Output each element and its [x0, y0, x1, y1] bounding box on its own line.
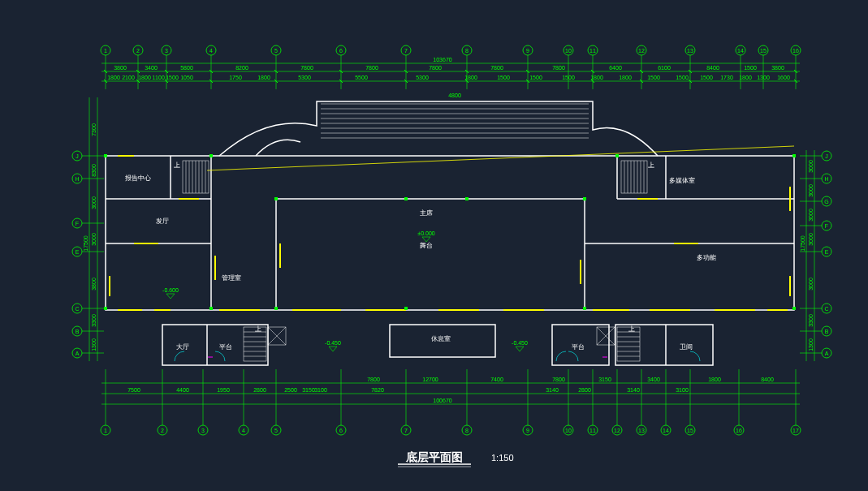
svg-text:2: 2 — [136, 48, 140, 54]
svg-text:7800: 7800 — [552, 377, 565, 382]
svg-text:1800: 1800 — [107, 75, 120, 80]
svg-text:16: 16 — [736, 428, 742, 433]
svg-rect-237 — [792, 154, 796, 157]
svg-text:上: 上 — [648, 162, 654, 169]
svg-text:管理室: 管理室 — [222, 274, 241, 282]
svg-text:B: B — [76, 329, 80, 334]
svg-text:主席: 主席 — [420, 209, 433, 217]
svg-text:14: 14 — [663, 428, 669, 433]
grid-bubbles-bottom: 1 2 3 4 5 6 7 8 9 10 11 12 13 14 15 16 1… — [101, 425, 801, 435]
svg-rect-235 — [583, 197, 586, 200]
svg-text:13: 13 — [687, 48, 693, 54]
stair-hatch — [321, 104, 589, 138]
svg-text:3000: 3000 — [808, 160, 814, 173]
svg-text:1500: 1500 — [676, 75, 689, 80]
svg-text:9: 9 — [526, 428, 529, 433]
svg-text:3300: 3300 — [91, 314, 97, 327]
svg-text:卫间: 卫间 — [680, 343, 693, 351]
svg-text:舞台: 舞台 — [420, 242, 433, 249]
svg-text:3000: 3000 — [91, 196, 97, 209]
svg-text:6100: 6100 — [658, 65, 671, 71]
svg-text:F: F — [825, 223, 828, 229]
svg-text:1:150: 1:150 — [491, 453, 514, 463]
svg-text:1500: 1500 — [529, 75, 542, 80]
svg-text:5: 5 — [274, 48, 278, 54]
dim-lines-top — [101, 63, 800, 83]
svg-text:11: 11 — [589, 48, 596, 54]
svg-text:16: 16 — [792, 48, 799, 54]
svg-text:1500: 1500 — [562, 75, 575, 80]
svg-text:平台: 平台 — [572, 343, 585, 351]
building-walls — [106, 101, 794, 365]
svg-text:3: 3 — [165, 48, 168, 54]
svg-text:12: 12 — [638, 48, 645, 54]
svg-text:7820: 7820 — [371, 387, 384, 393]
svg-text:7800: 7800 — [367, 377, 380, 382]
svg-rect-234 — [465, 197, 469, 200]
svg-text:13: 13 — [638, 428, 645, 433]
svg-text:9: 9 — [526, 48, 529, 54]
svg-text:3400: 3400 — [145, 65, 158, 71]
svg-text:5300: 5300 — [298, 75, 311, 80]
svg-text:A: A — [76, 351, 80, 356]
svg-rect-236 — [615, 154, 619, 157]
svg-text:1800: 1800 — [138, 75, 151, 80]
svg-text:1050: 1050 — [180, 75, 193, 80]
svg-text:±0.000: ±0.000 — [417, 230, 434, 236]
svg-text:2: 2 — [161, 428, 164, 433]
svg-text:1730: 1730 — [720, 75, 733, 80]
svg-text:平台: 平台 — [219, 343, 232, 351]
svg-text:15: 15 — [687, 428, 693, 433]
svg-text:2500: 2500 — [284, 387, 297, 393]
svg-text:6: 6 — [339, 48, 343, 54]
svg-text:1800: 1800 — [619, 75, 632, 80]
svg-text:4: 4 — [209, 48, 213, 54]
svg-text:1100: 1100 — [152, 75, 165, 80]
cad-canvas: 1 2 3 4 5 6 7 8 9 10 11 12 13 14 15 16 — [0, 0, 868, 491]
svg-text:103670: 103670 — [433, 57, 451, 62]
svg-text:3000: 3000 — [808, 233, 814, 246]
dim-text-bottom: 7500 4400 1950 2800 3150 7800 12700 7400… — [127, 377, 774, 403]
svg-text:15: 15 — [760, 48, 767, 54]
svg-text:发厅: 发厅 — [156, 218, 169, 225]
svg-text:5500: 5500 — [355, 75, 368, 80]
svg-text:3150: 3150 — [598, 377, 611, 382]
grid-bubbles-top: 1 2 3 4 5 6 7 8 9 10 11 12 13 14 15 16 — [101, 45, 801, 55]
svg-text:8400: 8400 — [706, 65, 719, 71]
svg-text:1300: 1300 — [808, 338, 814, 351]
svg-text:7800: 7800 — [365, 65, 378, 71]
dim-text-left: 1300 3300 3800 3000 3000 8300 7300 17500 — [83, 123, 97, 351]
svg-rect-230 — [104, 154, 107, 157]
dim-text-top: 103670 3800 3400 5800 8200 7800 7800 780… — [107, 57, 790, 80]
grid-bubbles-left: A B C E F H J — [72, 151, 82, 358]
svg-text:3800: 3800 — [114, 65, 127, 71]
svg-text:3150: 3150 — [302, 387, 315, 393]
svg-text:1800: 1800 — [590, 75, 603, 80]
svg-text:1500: 1500 — [647, 75, 660, 80]
svg-text:C: C — [824, 306, 828, 312]
svg-text:G: G — [824, 199, 828, 205]
svg-text:A: A — [825, 351, 829, 356]
svg-text:7800: 7800 — [429, 65, 442, 71]
svg-text:3000: 3000 — [808, 209, 814, 222]
svg-text:7400: 7400 — [490, 377, 503, 382]
svg-text:1300: 1300 — [757, 75, 770, 80]
svg-text:3400: 3400 — [647, 377, 660, 382]
svg-text:3300: 3300 — [808, 314, 814, 327]
svg-rect-233 — [404, 197, 408, 200]
svg-text:3: 3 — [201, 428, 205, 433]
svg-rect-231 — [209, 154, 213, 157]
svg-text:J: J — [825, 153, 828, 159]
room-labels: 报告中心 发厅 管理室 主席 舞台 多媒体室 多功能 大厅 平台 休息室 平台 … — [124, 162, 716, 351]
svg-text:-0.450: -0.450 — [325, 340, 341, 346]
svg-text:F: F — [76, 221, 79, 226]
svg-text:多功能: 多功能 — [697, 254, 716, 261]
svg-text:4: 4 — [242, 428, 245, 433]
svg-text:3140: 3140 — [546, 387, 559, 393]
svg-text:12700: 12700 — [422, 377, 438, 382]
svg-text:7800: 7800 — [552, 65, 565, 71]
svg-text:2800: 2800 — [578, 387, 591, 393]
svg-text:1750: 1750 — [229, 75, 242, 80]
svg-text:4400: 4400 — [176, 387, 189, 393]
svg-text:2100: 2100 — [122, 75, 135, 80]
